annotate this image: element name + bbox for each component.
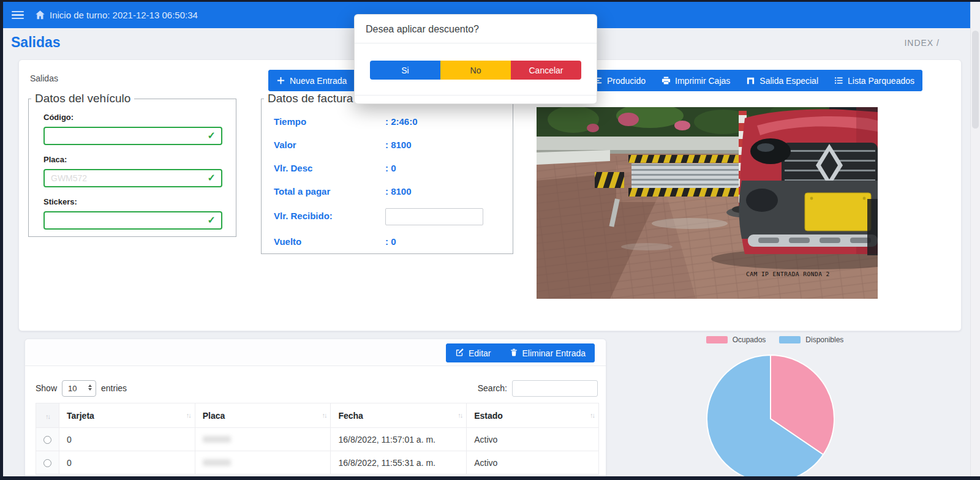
table-controls: Show 10 entries Search: [36, 380, 598, 397]
valid-check-icon: ✓ [208, 172, 216, 184]
card-title: Salidas [30, 73, 58, 83]
search-input[interactable] [512, 380, 598, 397]
codigo-input[interactable] [43, 127, 222, 145]
button-label: Eliminar Entrada [522, 348, 586, 358]
button-label: Producido [607, 76, 646, 86]
invoice-row-recibido: Vlr. Recibido: [274, 211, 504, 229]
cell-estado: Activo [467, 428, 599, 451]
row-value: : 0 [385, 163, 396, 173]
trash-icon [510, 348, 518, 359]
imprimir-cajas-button[interactable]: Imprimir Cajas [654, 70, 738, 91]
window-frame-bottom [0, 476, 980, 480]
invoice-row-vuelto: Vuelto : 0 [274, 236, 504, 255]
si-button[interactable]: Si [370, 61, 440, 80]
cancelar-button[interactable]: Cancelar [511, 61, 581, 80]
edit-pencil-icon [455, 348, 464, 359]
vehicle-fieldset: Datos del vehículo Código: ✓ Placa: ✓ St… [28, 92, 236, 237]
cell-tarjeta: 0 [59, 451, 195, 474]
row-value: : 8100 [385, 140, 412, 150]
row-value: : 0 [385, 236, 396, 247]
placa-input[interactable] [43, 169, 222, 187]
printer-icon [662, 76, 671, 85]
codigo-field: Código: ✓ [43, 113, 222, 145]
column-header-select[interactable]: ↑↓ [36, 403, 59, 428]
sort-icon: ↑↓ [186, 411, 190, 419]
list-icon [834, 76, 843, 85]
table-row[interactable]: 0 16/8/2022, 11:57:01 a. m. Activo [36, 428, 599, 451]
column-label: Estado [474, 411, 503, 421]
salida-especial-button[interactable]: Salida Especial [738, 70, 826, 91]
placa-label: Placa: [43, 155, 222, 164]
table-row[interactable]: 0 16/8/2022, 11:55:31 a. m. Activo [36, 451, 599, 474]
valid-check-icon: ✓ [208, 214, 216, 226]
cell-placa-redacted [195, 428, 331, 451]
hamburger-menu-icon[interactable] [12, 11, 24, 20]
button-label: Lista Parqueados [848, 76, 914, 86]
column-header-tarjeta[interactable]: Tarjeta↑↓ [59, 403, 195, 428]
page-scrollbar[interactable] [970, 0, 980, 480]
cell-placa-redacted [195, 451, 331, 474]
invoice-fieldset: Datos de factura Tiempo : 2:46:0 Valor :… [261, 92, 513, 254]
row-select-radio[interactable] [43, 459, 51, 467]
invoice-row-tiempo: Tiempo : 2:46:0 [274, 116, 504, 135]
lista-parqueados-button[interactable]: Lista Parqueados [826, 70, 922, 91]
breadcrumb[interactable]: INDEX / [904, 38, 940, 48]
entries-length-select[interactable]: 10 [62, 380, 96, 397]
row-label: Vlr. Desc [274, 163, 312, 173]
row-label: Valor [274, 140, 296, 150]
invoice-row-total: Total a pagar : 8100 [274, 186, 504, 204]
entries-card-header: Editar Eliminar Entrada [25, 339, 606, 366]
page-title: Salidas [11, 34, 61, 51]
window-frame-left [0, 0, 3, 480]
stickers-label: Stickers: [43, 197, 222, 206]
redacted-plate [203, 459, 231, 466]
eliminar-entrada-button[interactable]: Eliminar Entrada [500, 343, 595, 362]
plus-icon [276, 76, 285, 85]
button-label: Imprimir Cajas [675, 76, 730, 86]
legend-item-ocupados[interactable]: Ocupados [706, 336, 766, 344]
sort-icon: ↑↓ [322, 411, 326, 419]
stickers-field: Stickers: ✓ [43, 197, 222, 230]
sort-icon: ↑↓ [45, 413, 50, 420]
codigo-label: Código: [43, 113, 222, 122]
nueva-entrada-button[interactable]: Nueva Entrada [268, 70, 355, 91]
redacted-plate [203, 436, 231, 443]
column-label: Placa [203, 411, 225, 421]
column-header-fecha[interactable]: Fecha↑↓ [331, 403, 467, 428]
modal-title: Desea aplicar descuento? [366, 24, 479, 34]
window-frame-top [0, 0, 980, 2]
app-window: { "navbar": { "shift_label": "Inicio de … [0, 0, 980, 480]
disponibles-swatch [779, 336, 801, 343]
shift-start-label: Inicio de turno: 2021-12-13 06:50:34 [50, 10, 198, 20]
invoice-row-vlr-desc: Vlr. Desc : 0 [274, 163, 504, 181]
scrollbar-thumb[interactable] [972, 31, 979, 129]
legend-item-disponibles[interactable]: Disponibles [779, 336, 843, 344]
modal-button-group: Si No Cancelar [370, 61, 581, 80]
row-select-radio[interactable] [43, 436, 51, 444]
modal-footer [355, 95, 597, 103]
button-label: Salida Especial [760, 76, 818, 86]
vlr-recibido-input[interactable] [385, 208, 483, 225]
search-label: Search: [478, 383, 507, 393]
discount-modal: Desea aplicar descuento? Si No Cancelar [354, 14, 597, 104]
entries-card: Editar Eliminar Entrada Show 10 entries … [24, 339, 606, 476]
column-header-estado[interactable]: Estado↑↓ [467, 403, 599, 428]
column-label: Fecha [338, 411, 363, 421]
modal-header: Desea aplicar descuento? [355, 15, 597, 43]
cell-estado: Activo [467, 451, 599, 474]
pie-legend: Ocupados Disponibles [665, 336, 885, 344]
vehicle-legend: Datos del vehículo [31, 92, 134, 105]
length-label-before: Show [36, 383, 57, 393]
invoice-row-valor: Valor : 8100 [274, 140, 504, 158]
modal-body: Si No Cancelar [355, 43, 597, 95]
stickers-input[interactable] [43, 211, 222, 230]
home-icon[interactable] [35, 10, 45, 20]
entries-table: ↑↓ Tarjeta↑↓ Placa↑↓ Fecha↑↓ Estado↑↓ 0 … [36, 403, 599, 474]
column-header-placa[interactable]: Placa↑↓ [195, 403, 331, 428]
length-value: 10 [68, 384, 77, 393]
occupancy-pie-chart [704, 353, 837, 476]
entry-actions: Editar Eliminar Entrada [446, 343, 595, 362]
row-label: Tiempo [274, 116, 306, 127]
editar-button[interactable]: Editar [446, 343, 500, 362]
no-button[interactable]: No [440, 61, 511, 80]
